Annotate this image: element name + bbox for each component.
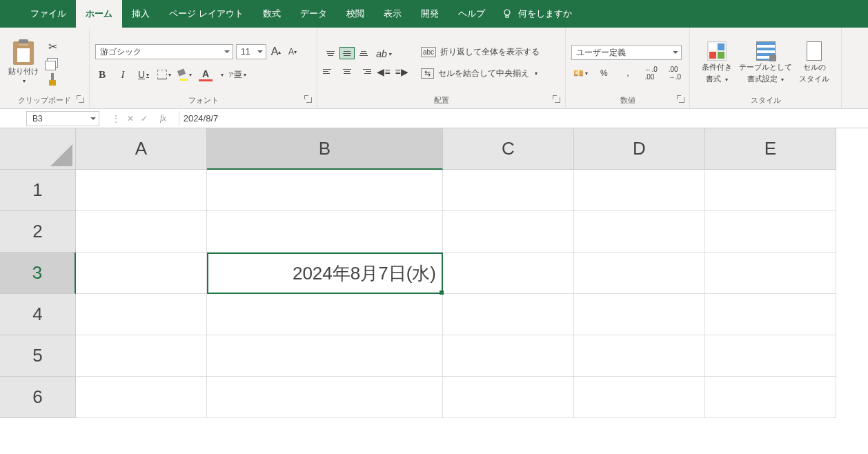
row-header-5[interactable]: 5: [0, 335, 76, 377]
cell-a5[interactable]: [76, 335, 207, 377]
tab-developer[interactable]: 開発: [411, 0, 448, 28]
cell-a6[interactable]: [76, 377, 207, 418]
comma-button[interactable]: ，: [618, 66, 636, 81]
font-name-select[interactable]: 游ゴシック: [95, 44, 233, 59]
paste-button[interactable]: 貼り付け ▾: [6, 40, 41, 86]
cell-d1[interactable]: [574, 170, 705, 211]
cell-b6[interactable]: [207, 377, 443, 418]
cell-d5[interactable]: [574, 335, 705, 377]
wrap-text-button[interactable]: abc 折り返して全体を表示する: [421, 46, 540, 58]
cell-e1[interactable]: [705, 170, 836, 211]
tab-review[interactable]: 校閲: [337, 0, 374, 28]
clipboard-group-label: クリップボード: [6, 94, 83, 107]
align-bottom-button[interactable]: [356, 47, 371, 59]
cell-d2[interactable]: [574, 211, 705, 253]
cell-a4[interactable]: [76, 294, 207, 335]
tab-insert[interactable]: 挿入: [122, 0, 159, 28]
cell-c2[interactable]: [443, 211, 574, 253]
cell-c4[interactable]: [443, 294, 574, 335]
align-left-button[interactable]: [323, 65, 338, 77]
col-header-c[interactable]: C: [443, 128, 574, 170]
increase-decimal-button[interactable]: ←.0.00: [642, 66, 660, 81]
align-right-button[interactable]: [356, 65, 371, 77]
orientation-button[interactable]: ab▾: [377, 47, 391, 61]
copy-button[interactable]: [46, 56, 59, 70]
phonetic-button[interactable]: ア亜▾: [230, 68, 244, 81]
align-center-button[interactable]: [339, 65, 355, 77]
fill-color-button[interactable]: ▾: [178, 68, 192, 81]
decrease-indent-button[interactable]: ◀≡: [377, 65, 391, 79]
font-size-select[interactable]: 11: [236, 44, 266, 59]
cell-a2[interactable]: [76, 211, 207, 253]
cell-e4[interactable]: [705, 294, 836, 335]
italic-button[interactable]: I: [116, 68, 130, 81]
shrink-font-button[interactable]: A▾: [286, 45, 299, 59]
select-all-corner[interactable]: [0, 128, 76, 170]
border-button[interactable]: ▾: [157, 68, 171, 81]
tab-page-layout[interactable]: ページ レイアウト: [159, 0, 253, 28]
merge-center-button[interactable]: ⇆ セルを結合して中央揃え ▾: [421, 68, 540, 79]
cut-button[interactable]: ✂: [46, 39, 59, 53]
tab-data[interactable]: データ: [290, 0, 337, 28]
increase-indent-button[interactable]: ≡▶: [395, 65, 408, 79]
col-header-b[interactable]: B: [207, 128, 443, 170]
chevron-down-icon: ▾: [535, 70, 537, 77]
clipboard-dialog-launcher[interactable]: [77, 95, 85, 103]
cancel-formula-button[interactable]: ✕: [127, 114, 134, 124]
cell-b2[interactable]: [207, 211, 443, 253]
cell-d3[interactable]: [574, 253, 705, 294]
cell-e2[interactable]: [705, 211, 836, 253]
font-dialog-launcher[interactable]: [304, 95, 313, 103]
name-box[interactable]: B3: [26, 111, 99, 126]
cell-b3[interactable]: 2024年8月7日(水): [207, 253, 443, 294]
row-header-3[interactable]: 3: [0, 253, 76, 294]
font-color-button[interactable]: A: [199, 68, 213, 81]
align-middle-button[interactable]: [339, 47, 355, 59]
tab-home[interactable]: ホーム: [76, 0, 122, 28]
tell-me[interactable]: 何をしますか: [502, 0, 572, 28]
tab-file[interactable]: ファイル: [21, 0, 76, 28]
decrease-decimal-button[interactable]: .00→.0: [666, 66, 684, 81]
cell-c3[interactable]: [443, 253, 574, 294]
accounting-format-button[interactable]: 💴▾: [571, 66, 589, 81]
cell-b4[interactable]: [207, 294, 443, 335]
row-header-6[interactable]: 6: [0, 377, 76, 418]
cell-c6[interactable]: [443, 377, 574, 418]
col-header-d[interactable]: D: [574, 128, 705, 170]
row-header-1[interactable]: 1: [0, 170, 76, 211]
tab-help[interactable]: ヘルプ: [448, 0, 495, 28]
cell-a1[interactable]: [76, 170, 207, 211]
grow-font-button[interactable]: A▴: [269, 45, 283, 59]
align-top-button[interactable]: [323, 47, 338, 59]
cell-c5[interactable]: [443, 335, 574, 377]
row-header-4[interactable]: 4: [0, 294, 76, 335]
col-header-a[interactable]: A: [76, 128, 207, 170]
bold-button[interactable]: B: [95, 68, 109, 81]
cell-b1[interactable]: [207, 170, 443, 211]
cell-a3[interactable]: [76, 253, 207, 294]
format-painter-button[interactable]: [46, 72, 59, 86]
cell-e3[interactable]: [705, 253, 836, 294]
enter-formula-button[interactable]: ✓: [141, 114, 148, 124]
underline-button[interactable]: U▾: [137, 68, 150, 81]
group-alignment: ab▾ ◀≡ ≡▶ abc 折り返して全体を表: [317, 28, 566, 108]
format-as-table-button[interactable]: テーブルとして 書式設定 ▾: [739, 41, 792, 84]
alignment-dialog-launcher[interactable]: [553, 95, 561, 103]
number-format-select[interactable]: ユーザー定義: [571, 45, 682, 60]
percent-button[interactable]: %: [595, 66, 613, 81]
cell-e6[interactable]: [705, 377, 836, 418]
cell-d6[interactable]: [574, 377, 705, 418]
tab-view[interactable]: 表示: [374, 0, 411, 28]
fx-icon[interactable]: fx: [155, 113, 172, 124]
col-header-e[interactable]: E: [705, 128, 836, 170]
tab-formulas[interactable]: 数式: [253, 0, 290, 28]
row-header-2[interactable]: 2: [0, 211, 76, 253]
cell-styles-button[interactable]: セルの スタイル: [799, 41, 829, 84]
cell-c1[interactable]: [443, 170, 574, 211]
cell-e5[interactable]: [705, 335, 836, 377]
cell-d4[interactable]: [574, 294, 705, 335]
number-dialog-launcher[interactable]: [677, 95, 685, 103]
cell-b5[interactable]: [207, 335, 443, 377]
formula-input[interactable]: 2024/8/7: [179, 113, 223, 124]
conditional-format-button[interactable]: 条件付き 書式 ▾: [702, 41, 732, 84]
